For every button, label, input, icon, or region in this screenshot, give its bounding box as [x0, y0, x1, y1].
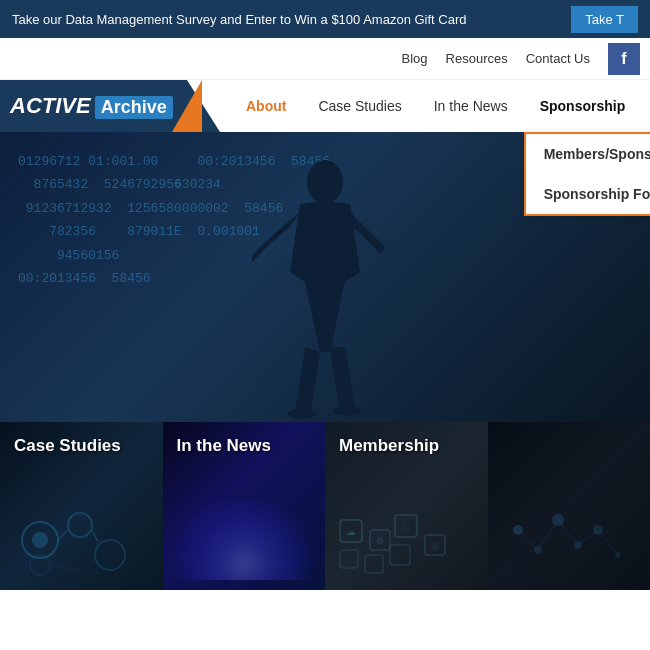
card-1-title: Case Studies — [14, 436, 121, 456]
logo-area[interactable]: ACTIVE Archive — [0, 80, 220, 132]
svg-point-1 — [288, 409, 316, 419]
svg-point-5 — [68, 513, 92, 537]
svg-text:☁: ☁ — [346, 526, 356, 537]
svg-line-29 — [538, 520, 558, 550]
svg-line-31 — [578, 530, 598, 545]
svg-line-28 — [518, 530, 538, 550]
dropdown-item-members[interactable]: Members/Sponsors — [526, 134, 650, 174]
card-3-title: Membership — [339, 436, 439, 456]
svg-rect-20 — [365, 555, 383, 573]
logo-active: ACTIVE — [10, 93, 91, 119]
top-nav: Blog Resources Contact Us f — [0, 38, 650, 80]
banner-cta-button[interactable]: Take T — [571, 6, 638, 33]
card-4-decoration — [498, 500, 641, 580]
main-nav: About Case Studies In the News Sponsorsh… — [230, 80, 641, 132]
cards-section: Case Studies In the News Membership — [0, 422, 650, 590]
card-2-decoration — [173, 500, 316, 580]
svg-point-4 — [32, 532, 48, 548]
svg-point-0 — [307, 160, 343, 204]
card-1-decoration — [10, 500, 153, 580]
nav-blog[interactable]: Blog — [402, 51, 428, 66]
nav-item-news[interactable]: In the News — [418, 80, 524, 132]
card-membership[interactable]: Membership ☁ ⚙ □ ◎ — [325, 422, 488, 590]
nav-item-about[interactable]: About — [230, 80, 302, 132]
svg-line-32 — [598, 530, 618, 555]
svg-rect-19 — [340, 550, 358, 568]
card-2-title: In the News — [177, 436, 271, 456]
svg-text:◎: ◎ — [431, 541, 439, 551]
dropdown-item-form[interactable]: Sponsorship Form — [526, 174, 650, 214]
nav-item-case-studies[interactable]: Case Studies — [302, 80, 417, 132]
logo-triangle — [172, 80, 202, 132]
nav-resources[interactable]: Resources — [446, 51, 508, 66]
card-case-studies[interactable]: Case Studies — [0, 422, 163, 590]
card-news[interactable]: In the News — [163, 422, 326, 590]
top-banner: Take our Data Management Survey and Ente… — [0, 0, 650, 38]
svg-line-8 — [92, 530, 98, 542]
svg-text:⚙: ⚙ — [376, 536, 384, 546]
svg-rect-21 — [390, 545, 410, 565]
svg-line-30 — [558, 520, 578, 545]
logo-nav-bar: ACTIVE Archive About Case Studies In the… — [0, 80, 650, 132]
svg-text:□: □ — [403, 522, 409, 532]
top-nav-links: Blog Resources Contact Us f — [402, 43, 640, 75]
banner-text: Take our Data Management Survey and Ente… — [12, 12, 571, 27]
svg-point-2 — [333, 406, 361, 416]
svg-line-7 — [58, 530, 68, 540]
facebook-icon[interactable]: f — [608, 43, 640, 75]
svg-point-6 — [95, 540, 125, 570]
nav-item-sponsorship[interactable]: Sponsorship Members/Sponsors Sponsorship… — [524, 80, 642, 132]
card-fourth[interactable] — [488, 422, 651, 590]
sponsorship-dropdown: Members/Sponsors Sponsorship Form — [524, 132, 650, 216]
logo-text: ACTIVE Archive — [10, 93, 173, 119]
svg-line-10 — [50, 565, 80, 570]
person-silhouette — [235, 152, 415, 422]
logo-archive: Archive — [95, 96, 173, 119]
card-3-decoration: ☁ ⚙ □ ◎ — [335, 500, 478, 580]
nav-contact[interactable]: Contact Us — [526, 51, 590, 66]
